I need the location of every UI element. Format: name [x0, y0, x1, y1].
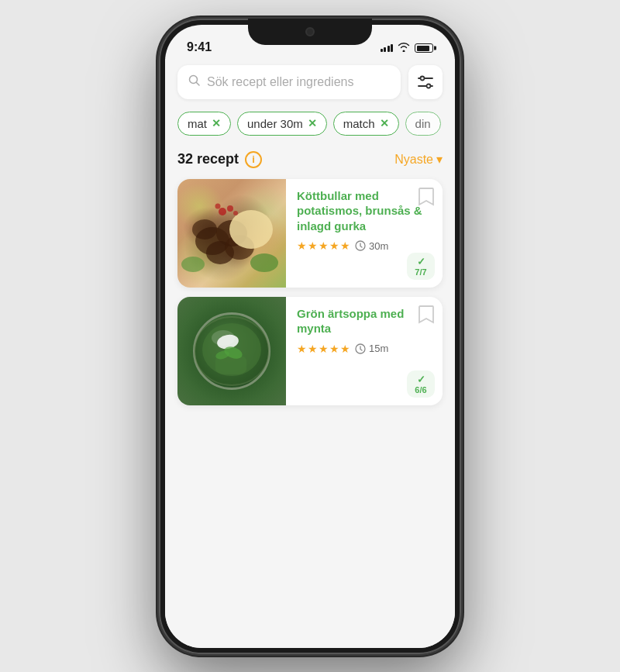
chip-din[interactable]: din: [405, 112, 441, 136]
svg-point-14: [233, 211, 238, 215]
match-check-icon-1: ✓: [417, 256, 425, 267]
chip-under30m-close[interactable]: ✕: [308, 117, 317, 129]
svg-point-2: [421, 76, 425, 80]
filter-button[interactable]: [408, 65, 443, 99]
battery-icon: [415, 43, 433, 53]
signal-bar-1: [381, 49, 383, 52]
status-icons: [381, 43, 434, 54]
signal-bar-3: [388, 46, 390, 52]
notch-camera: [305, 27, 315, 36]
recipe-meta-2: ★ ★ ★ ★ ★ 15m: [297, 343, 435, 355]
star-3: ★: [319, 240, 329, 252]
star-4: ★: [329, 240, 339, 252]
clock-icon-2: [355, 343, 366, 354]
recipe-card-1[interactable]: Köttbullar med potatismos, brunsås & inl…: [177, 179, 443, 288]
chip-under30m[interactable]: under 30m ✕: [237, 112, 327, 136]
svg-point-9: [192, 219, 217, 240]
sort-label: Nyaste: [394, 153, 433, 167]
star-2-5: ★: [340, 343, 350, 355]
svg-point-16: [181, 257, 205, 272]
screen: 9:41: [165, 25, 455, 648]
star-2-2: ★: [308, 343, 318, 355]
phone-frame: 9:41: [159, 19, 461, 654]
svg-point-15: [250, 253, 278, 272]
match-count-1: 7/7: [415, 267, 426, 277]
signal-bar-4: [391, 44, 393, 52]
recipe-stars-2: ★ ★ ★ ★ ★: [297, 343, 350, 355]
chip-din-label: din: [415, 117, 431, 130]
star-2-4: ★: [329, 343, 339, 355]
results-count: 32 recept i: [177, 151, 262, 168]
filter-chips: mat ✕ under 30m ✕ match ✕ din: [177, 112, 443, 136]
chip-match[interactable]: match ✕: [333, 112, 399, 136]
status-time: 9:41: [187, 40, 212, 54]
app-content: Sök recept eller ingrediens mat ✕: [165, 59, 455, 648]
battery-fill: [417, 46, 429, 51]
clock-icon-1: [355, 240, 366, 251]
match-check-icon-2: ✓: [417, 374, 425, 385]
chip-match-label: match: [343, 117, 375, 130]
chevron-down-icon: ▾: [436, 152, 443, 167]
sort-button[interactable]: Nyaste ▾: [394, 152, 443, 167]
chip-mat[interactable]: mat ✕: [177, 112, 231, 136]
info-icon-label: i: [252, 153, 255, 165]
recipe-title-1: Köttbullar med potatismos, brunsås & inl…: [297, 188, 435, 234]
recipe-card-2[interactable]: Grön ärtsoppa med mynta ★ ★ ★ ★ ★: [177, 297, 443, 405]
recipe-time-2: 15m: [355, 343, 388, 354]
recipe-time-1: 30m: [355, 240, 388, 252]
svg-point-10: [229, 210, 273, 249]
search-icon: [188, 74, 201, 90]
star-5: ★: [340, 240, 350, 252]
recipe-duration-1: 30m: [369, 240, 388, 252]
signal-bar-2: [384, 47, 386, 52]
svg-point-13: [215, 203, 221, 208]
match-badge-2: ✓ 6/6: [407, 370, 435, 398]
svg-point-4: [427, 84, 431, 88]
chip-under30m-label: under 30m: [247, 117, 303, 130]
results-count-text: 32 recept: [177, 151, 239, 167]
chip-match-close[interactable]: ✕: [380, 117, 389, 129]
star-2-3: ★: [319, 343, 329, 355]
svg-point-11: [219, 208, 226, 215]
wifi-icon: [398, 43, 410, 54]
search-placeholder: Sök recept eller ingrediens: [207, 75, 353, 89]
search-row: Sök recept eller ingrediens: [177, 65, 443, 99]
search-bar[interactable]: Sök recept eller ingrediens: [177, 65, 401, 99]
svg-point-12: [227, 205, 233, 212]
info-icon[interactable]: i: [245, 151, 262, 168]
recipe-meta-1: ★ ★ ★ ★ ★ 30m: [297, 240, 435, 252]
food1-svg: [177, 179, 286, 288]
recipe-image-1: [177, 179, 286, 288]
recipe-stars-1: ★ ★ ★ ★ ★: [297, 240, 350, 252]
star-1: ★: [297, 240, 307, 252]
chip-mat-label: mat: [188, 117, 207, 130]
recipe-title-2: Grön ärtsoppa med mynta: [297, 306, 435, 336]
star-2-1: ★: [297, 343, 307, 355]
notch: [248, 19, 372, 45]
signal-bars-icon: [381, 44, 394, 52]
food2-svg: [177, 297, 286, 405]
recipe-duration-2: 15m: [369, 343, 388, 354]
match-count-2: 6/6: [415, 385, 426, 395]
chip-mat-close[interactable]: ✕: [212, 117, 221, 129]
recipe-image-2: [177, 297, 286, 405]
bookmark-button-1[interactable]: [418, 187, 435, 210]
star-2: ★: [308, 240, 318, 252]
match-badge-1: ✓ 7/7: [407, 253, 435, 280]
results-header: 32 recept i Nyaste ▾: [177, 151, 443, 168]
bookmark-button-2[interactable]: [418, 305, 435, 328]
